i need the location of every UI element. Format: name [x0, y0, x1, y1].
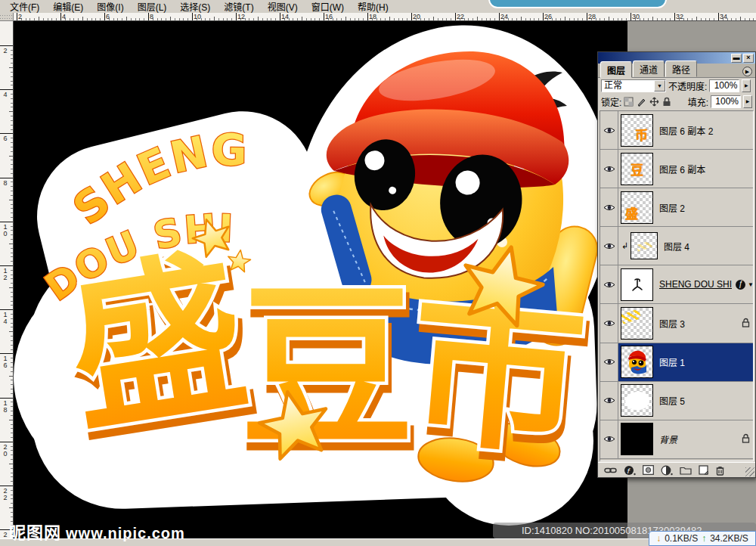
lock-transparency-icon[interactable]	[624, 97, 634, 107]
effects-expand-icon[interactable]: ▼	[748, 281, 754, 288]
layer-name[interactable]: 图层 1	[659, 355, 685, 368]
text-layer-icon	[631, 277, 644, 292]
menu-item-7[interactable]: 视图(V)	[261, 0, 305, 13]
blend-mode-value: 正常	[602, 80, 654, 92]
panel-resize-grip[interactable]	[745, 467, 754, 476]
link-layers-icon[interactable]	[604, 466, 617, 475]
blend-mode-select[interactable]: 正常 ▼	[601, 79, 666, 92]
blend-row: 正常 ▼ 不透明度: 100% ▶	[598, 78, 755, 94]
h-ruler-label: 32	[674, 13, 683, 20]
layer-row-4[interactable]: ↲ 图层 4	[600, 227, 754, 265]
layer-name[interactable]: 图层 4	[664, 240, 689, 253]
layer-mask-icon[interactable]	[643, 465, 654, 475]
menu-item-4[interactable]: 图层(L)	[131, 0, 174, 13]
layer-row-6copy[interactable]: 豆 图层 6 副本	[600, 150, 754, 188]
h-ruler-label: 2	[17, 13, 22, 20]
v-ruler-label: 12	[2, 267, 8, 281]
visibility-toggle[interactable]	[600, 265, 618, 303]
lock-all-icon[interactable]	[662, 97, 671, 107]
panel-toolbar: f	[598, 462, 755, 477]
minimize-icon[interactable]: ▬	[731, 54, 742, 63]
visibility-toggle[interactable]	[600, 382, 618, 420]
layer-thumbnail[interactable]: 盛	[621, 191, 653, 224]
menu-item-2[interactable]: 编辑(E)	[46, 0, 90, 13]
layer-row-background[interactable]: 背景	[600, 420, 754, 459]
upload-speed: 34.2KB/S	[710, 533, 748, 544]
layer-style-icon[interactable]: f	[624, 465, 636, 476]
menu-item-3[interactable]: 图像(I)	[90, 0, 130, 13]
download-arrow-icon: ↓	[656, 533, 661, 544]
menu-item-9[interactable]: 帮助(H)	[351, 0, 395, 13]
fill-input[interactable]: 100%	[711, 95, 741, 108]
h-ruler-label: 16	[324, 13, 333, 20]
layer-name[interactable]: 图层 2	[659, 201, 685, 214]
h-ruler-label: 28	[587, 13, 596, 20]
layer-row-5[interactable]: 图层 5	[600, 382, 754, 420]
menu-item-6[interactable]: 滤镜(T)	[217, 0, 260, 13]
chevron-down-icon[interactable]: ▼	[654, 80, 665, 92]
layer-thumbnail[interactable]: 币	[621, 114, 653, 147]
layers-panel: ▬ × 图层 通道 路径 ▶ 正常 ▼ 不透明度: 100% ▶ 锁定:	[597, 51, 756, 478]
v-ruler[interactable]: 24681012141618202224	[0, 21, 14, 538]
v-ruler-label: 20	[2, 443, 8, 457]
visibility-toggle[interactable]	[600, 420, 618, 458]
text-layer-thumbnail[interactable]	[621, 268, 653, 301]
layer-thumbnail[interactable]	[621, 307, 653, 340]
visibility-toggle[interactable]	[600, 188, 618, 226]
layer-name[interactable]: 图层 6 副本	[659, 163, 705, 175]
site-watermark-url: www.nipic.com	[66, 525, 185, 541]
layer-thumbnail[interactable]	[621, 384, 653, 417]
layer-name[interactable]: SHENG DOU SHI	[659, 279, 732, 290]
opacity-spinner-icon[interactable]: ▶	[742, 79, 751, 92]
panel-menu-icon[interactable]: ▶	[742, 67, 752, 76]
tab-paths[interactable]: 路径	[665, 60, 697, 77]
layer-name[interactable]: 图层 3	[659, 317, 685, 330]
h-ruler-label: 30	[631, 13, 640, 20]
svg-text:豆: 豆	[240, 267, 414, 469]
new-layer-icon[interactable]	[699, 465, 708, 475]
layer-row-shengdoushi[interactable]: SHENG DOU SHI ƒ ▼	[600, 265, 754, 304]
lock-icon	[742, 318, 750, 330]
menu-item-8[interactable]: 窗口(W)	[305, 0, 351, 13]
layer-name[interactable]: 图层 5	[659, 394, 685, 407]
v-ruler-label: 2	[2, 47, 8, 54]
opacity-input[interactable]: 100%	[709, 79, 739, 92]
visibility-toggle[interactable]	[600, 227, 618, 265]
upload-arrow-icon: ↑	[702, 533, 706, 544]
layer-effects-icon[interactable]: ƒ	[736, 280, 745, 290]
layer-thumbnail[interactable]: 豆	[621, 153, 653, 185]
new-group-icon[interactable]	[680, 465, 692, 475]
ruler-origin-box[interactable]	[0, 13, 14, 21]
menu-item-5[interactable]: 选择(S)	[173, 0, 217, 13]
v-ruler-label: 22	[2, 487, 8, 501]
layer-row-1-selected[interactable]: 图层 1	[600, 343, 754, 382]
close-icon[interactable]: ×	[743, 54, 754, 63]
layer-name[interactable]: 背景	[659, 433, 677, 445]
visibility-toggle[interactable]	[600, 304, 618, 342]
tab-channels[interactable]: 通道	[633, 60, 665, 77]
svg-text:盛: 盛	[55, 231, 259, 458]
lock-move-icon[interactable]	[649, 97, 659, 107]
banner-pill	[488, 0, 667, 8]
visibility-toggle[interactable]	[600, 111, 618, 149]
layer-row-3[interactable]: 图层 3	[600, 304, 754, 343]
h-ruler[interactable]: 246810121416182022242628303234	[14, 13, 756, 21]
menu-item-1[interactable]: 文件(F)	[3, 0, 46, 13]
visibility-toggle[interactable]	[600, 150, 618, 188]
layer-thumbnail[interactable]	[631, 232, 658, 259]
layer-row-2[interactable]: 盛 图层 2	[600, 188, 754, 227]
adjustment-layer-icon[interactable]	[661, 465, 673, 476]
layer-name[interactable]: 图层 6 副本 2	[659, 124, 713, 137]
layer-thumbnail[interactable]	[621, 346, 653, 378]
lock-paint-icon[interactable]	[637, 97, 646, 107]
tab-layers[interactable]: 图层	[600, 61, 632, 78]
document-canvas[interactable]: SHENG DOU SHI 盛 盛 豆 豆 市 市	[14, 21, 627, 538]
fill-spinner-icon[interactable]: ▶	[743, 95, 752, 108]
layer-thumbnail[interactable]	[621, 423, 653, 455]
download-speed: 0.1KB/S	[665, 533, 698, 544]
layer-row-6copy2[interactable]: 币 图层 6 副本 2	[600, 111, 754, 150]
delete-layer-icon[interactable]	[715, 465, 725, 476]
mini-mascot-thumb	[626, 349, 649, 375]
visibility-toggle[interactable]	[600, 343, 618, 381]
v-ruler-label: 18	[2, 399, 8, 413]
